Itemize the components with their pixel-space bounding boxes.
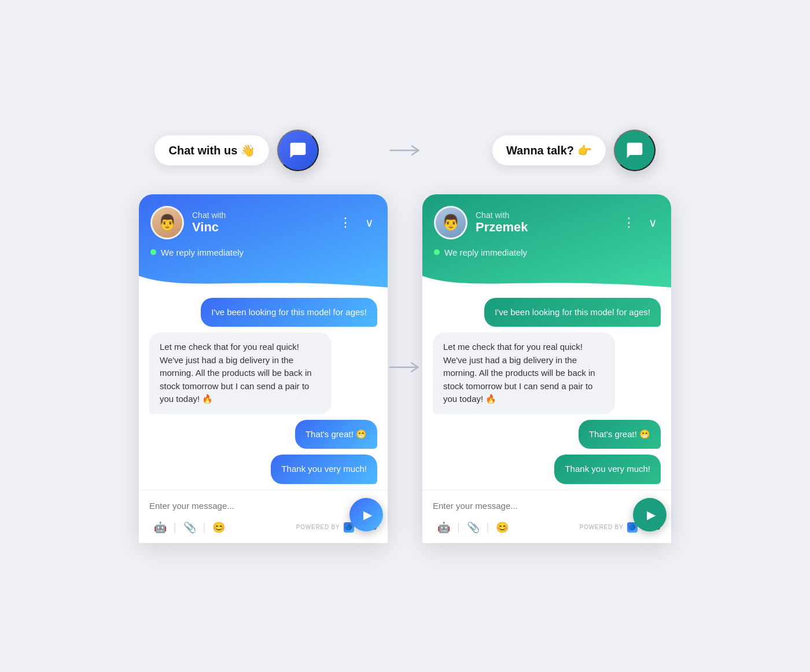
left-trigger-label: Chat with us 👋 — [154, 135, 268, 165]
right-menu-button[interactable]: ⋮ — [620, 213, 638, 232]
right-attachment-icon[interactable]: 📎 — [462, 519, 484, 536]
right-send-icon: ▶ — [647, 508, 656, 522]
right-send-button[interactable]: ▶ — [633, 498, 667, 531]
left-agent-avatar: 👨 — [150, 206, 184, 239]
left-collapse-button[interactable]: ∨ — [363, 213, 376, 232]
right-avatar-face: 👨 — [436, 208, 466, 238]
sep-2: | — [201, 521, 208, 533]
attachment-icon[interactable]: 📎 — [179, 519, 201, 536]
right-trigger-button[interactable] — [614, 130, 656, 171]
right-status-dot — [434, 249, 440, 255]
right-header-status: We reply immediately — [434, 248, 660, 257]
right-chat-trigger: Wanna talk? 👉 — [492, 130, 656, 171]
left-status-text: We reply immediately — [161, 248, 244, 257]
left-toolbar: 🤖 | 📎 | 😊 POWERED BY 🔵 TIDIO — [149, 514, 377, 538]
right-collapse-button[interactable]: ∨ — [646, 213, 660, 232]
emoji-icon[interactable]: 😊 — [208, 519, 230, 536]
left-messages-area: I've been looking for this model for age… — [139, 292, 388, 490]
bottom-row: 👨 Chat with Vinc ⋮ ∨ — [58, 194, 752, 543]
right-header-actions: ⋮ ∨ — [620, 213, 660, 232]
right-agent-name: Przemek — [476, 220, 612, 235]
chevron-down-icon: ∨ — [365, 216, 374, 230]
left-menu-button[interactable]: ⋮ — [337, 213, 355, 232]
right-msg-1: I've been looking for this model for age… — [484, 298, 661, 327]
left-header-status: We reply immediately — [150, 248, 376, 257]
center-arrow — [388, 359, 422, 378]
right-agent-info: Chat with Przemek — [476, 211, 612, 235]
left-msg-4: Thank you very much! — [271, 455, 377, 484]
dots-icon: ⋮ — [339, 215, 352, 230]
left-msg-1: I've been looking for this model for age… — [201, 298, 377, 327]
right-input-row: ▶ — [433, 497, 661, 514]
chat-icon-teal — [625, 141, 644, 160]
right-powered-by: POWERED BY — [580, 524, 624, 530]
chat-icon — [289, 141, 307, 160]
left-status-dot — [150, 249, 156, 255]
top-arrow — [388, 142, 423, 159]
right-emoji-icon[interactable]: 😊 — [491, 519, 513, 536]
left-input-area: ▶ 🤖 | 📎 | 😊 POWERED BY 🔵 TIDIO — [139, 490, 388, 543]
left-msg-2: Let me check that for you real quick! We… — [149, 333, 332, 414]
right-chat-window: 👨 Chat with Przemek ⋮ ∨ — [422, 194, 671, 543]
left-msg-3: That's great! 😁 — [295, 420, 377, 449]
right-input-area: ▶ 🤖 | 📎 | 😊 POWERED BY 🔵 TIDIO — [422, 490, 671, 543]
left-chat-window: 👨 Chat with Vinc ⋮ ∨ — [139, 194, 388, 543]
right-msg-3: That's great! 😁 — [579, 420, 661, 449]
right-status-text: We reply immediately — [444, 248, 527, 257]
right-agent-avatar: 👨 — [434, 206, 467, 239]
left-agent-info: Chat with Vinc — [192, 211, 329, 235]
left-message-input[interactable] — [149, 497, 377, 514]
right-dots-icon: ⋮ — [623, 215, 636, 230]
right-sep-1: | — [455, 521, 462, 533]
right-messages-area: I've been looking for this model for age… — [422, 292, 671, 490]
tidio-logo-icon: 🔵 — [345, 524, 352, 530]
bot-icon[interactable]: 🤖 — [149, 519, 171, 536]
left-chat-trigger: Chat with us 👋 — [154, 130, 318, 171]
right-msg-4: Thank you very much! — [554, 455, 661, 484]
sep-1: | — [171, 521, 179, 533]
right-msg-2: Let me check that for you real quick! We… — [433, 333, 615, 414]
left-header-actions: ⋮ ∨ — [337, 213, 376, 232]
left-trigger-button[interactable] — [277, 130, 319, 171]
left-input-row: ▶ — [149, 497, 377, 514]
top-row: Chat with us 👋 Wanna talk? 👉 — [58, 130, 752, 171]
left-wave-divider — [139, 276, 388, 292]
right-sep-2: | — [484, 521, 492, 533]
right-header-top: 👨 Chat with Przemek ⋮ ∨ — [434, 206, 660, 239]
right-message-input[interactable] — [433, 497, 661, 514]
left-agent-name: Vinc — [192, 220, 329, 235]
left-chat-with-label: Chat with — [192, 211, 329, 220]
main-container: Chat with us 👋 Wanna talk? 👉 — [58, 130, 752, 543]
right-chat-with-label: Chat with — [476, 211, 612, 220]
left-send-icon: ▶ — [363, 508, 372, 522]
right-trigger-label: Wanna talk? 👉 — [492, 135, 606, 165]
right-wave-divider — [422, 276, 671, 292]
right-chevron-down-icon: ∨ — [649, 216, 657, 230]
right-toolbar: 🤖 | 📎 | 😊 POWERED BY 🔵 TIDIO — [433, 514, 661, 538]
left-send-button[interactable]: ▶ — [349, 498, 383, 531]
left-header-top: 👨 Chat with Vinc ⋮ ∨ — [150, 206, 376, 239]
right-bot-icon[interactable]: 🤖 — [433, 519, 455, 536]
left-avatar-face: 👨 — [152, 208, 182, 238]
right-tidio-logo-icon: 🔵 — [628, 524, 636, 530]
left-powered-by: POWERED BY — [296, 524, 340, 530]
